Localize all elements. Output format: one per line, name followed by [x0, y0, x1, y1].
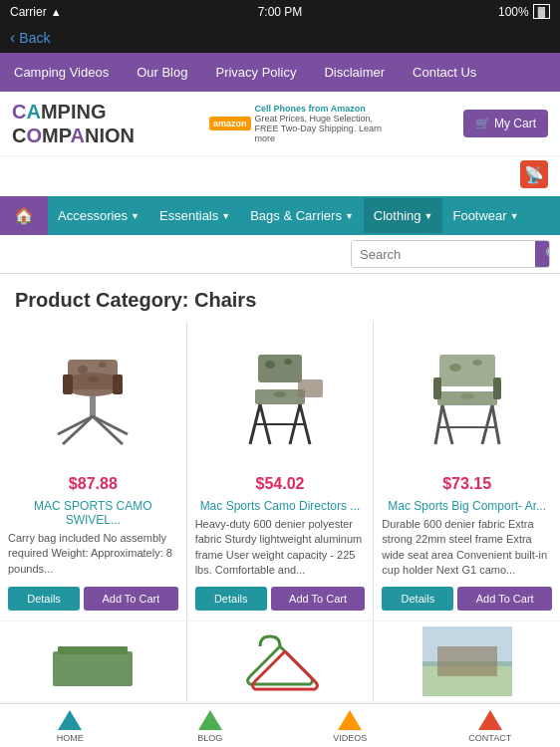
product-card-2: $54.02 Mac Sports Camo Directors ... Hea… [187, 322, 374, 621]
svg-rect-1 [68, 360, 118, 389]
svg-rect-23 [439, 355, 495, 386]
site-header: CAMPING COMPANION amazon Cell Phones fro… [0, 92, 560, 156]
nav-bar: Camping Videos Our Blog Privacy Policy D… [0, 53, 560, 92]
product-5-image [235, 626, 325, 696]
clothing-arrow: ▼ [424, 211, 433, 221]
nav-item-disclaimer[interactable]: Disclaimer [310, 53, 399, 92]
product-details-button-2[interactable]: Details [195, 587, 267, 611]
footwear-arrow: ▼ [510, 211, 519, 221]
amazon-ad-banner[interactable]: amazon Cell Phones from Amazon Great Pri… [209, 104, 389, 143]
category-accessories[interactable]: Accessories ▼ [48, 198, 149, 233]
svg-rect-2 [63, 374, 73, 394]
top-navigation: ‹ Back [0, 23, 560, 53]
product-name-2[interactable]: Mac Sports Camo Directors ... [200, 499, 361, 513]
carrier-label: Carrier [10, 5, 47, 19]
product-name-1[interactable]: MAC SPORTS CAMO SWIVEL... [8, 499, 178, 527]
product-desc-1: Carry bag included No assembly required … [8, 531, 178, 577]
site-logo: CAMPING COMPANION [12, 100, 135, 147]
product-card-3: $73.15 Mac Sports Big Comport- Ar... Dur… [374, 322, 560, 621]
product-name-3[interactable]: Mac Sports Big Comport- Ar... [388, 499, 546, 513]
tab-blog-label: BLOG [197, 733, 222, 743]
product-6-image [422, 626, 512, 696]
svg-point-20 [265, 361, 275, 369]
category-clothing[interactable]: Clothing ▼ [364, 198, 443, 233]
svg-rect-26 [493, 377, 501, 399]
product-grid: $87.88 MAC SPORTS CAMO SWIVEL... Carry b… [0, 322, 560, 621]
svg-point-10 [99, 362, 107, 368]
svg-rect-39 [437, 646, 497, 676]
svg-rect-36 [58, 646, 128, 654]
nav-item-contact-us[interactable]: Contact Us [399, 53, 490, 92]
time-display: 7:00 PM [258, 5, 303, 19]
category-navigation: 🏠 Accessories ▼ Essentials ▼ Bags & Carr… [0, 196, 560, 235]
back-label: Back [19, 30, 50, 46]
tab-contact-label: CONTACT [468, 733, 511, 743]
svg-line-27 [435, 405, 442, 444]
svg-point-22 [274, 391, 286, 397]
product-details-button-3[interactable]: Details [382, 587, 453, 611]
bottom-tab-bar: HOME BLOG VIDEOS CONTACT [0, 703, 560, 747]
svg-line-30 [482, 405, 492, 444]
search-button[interactable]: 🔍 [535, 241, 550, 267]
svg-rect-3 [113, 374, 123, 394]
product-image-2 [195, 332, 366, 461]
search-input[interactable] [352, 241, 535, 267]
svg-rect-35 [53, 651, 133, 686]
product-card-6 [374, 622, 560, 701]
add-to-cart-button-2[interactable]: Add To Cart [271, 587, 366, 611]
svg-rect-25 [433, 377, 441, 399]
product-4-image [48, 626, 138, 696]
category-essentials[interactable]: Essentials ▼ [149, 198, 240, 233]
chair-folding-image [418, 340, 517, 454]
back-chevron-icon: ‹ [10, 29, 15, 47]
product-details-button-1[interactable]: Details [8, 587, 80, 611]
battery-icon: ▓ [533, 4, 550, 19]
page-title: Product Category: Chairs [0, 274, 560, 322]
blog-triangle-icon [198, 710, 222, 730]
product-desc-2: Heavy-duty 600 denier polyester fabric S… [195, 517, 366, 579]
rss-row: 📡 [0, 156, 560, 196]
svg-point-33 [472, 360, 482, 366]
svg-rect-12 [258, 355, 302, 382]
rss-icon[interactable]: 📡 [520, 160, 548, 188]
chair-swivel-image [43, 340, 142, 454]
search-container: 🔍 [351, 240, 550, 268]
nav-item-our-blog[interactable]: Our Blog [123, 53, 201, 92]
tab-home[interactable]: HOME [0, 704, 140, 747]
chair-director-image [230, 340, 330, 454]
svg-point-9 [78, 366, 88, 374]
category-footwear[interactable]: Footwear ▼ [442, 198, 528, 233]
tab-videos[interactable]: VIDEOS [280, 704, 420, 747]
product-image-3 [382, 332, 552, 461]
tab-videos-label: VIDEOS [333, 733, 367, 743]
product-desc-3: Durable 600 denier fabric Extra strong 2… [382, 517, 552, 579]
cart-label: My Cart [494, 117, 536, 130]
category-bags-carriers[interactable]: Bags & Carriers ▼ [240, 198, 364, 233]
tab-blog[interactable]: BLOG [140, 704, 281, 747]
battery-label: 100% [498, 5, 529, 19]
svg-rect-4 [90, 396, 96, 416]
home-triangle-icon [58, 710, 82, 730]
svg-point-32 [449, 364, 461, 372]
tab-contact[interactable]: CONTACT [420, 704, 561, 747]
search-row: 🔍 [0, 235, 560, 274]
cart-button[interactable]: 🛒 My Cart [463, 110, 548, 137]
svg-point-34 [460, 393, 474, 399]
essentials-arrow: ▼ [221, 211, 230, 221]
add-to-cart-button-1[interactable]: Add To Cart [84, 587, 178, 611]
nav-item-camping-videos[interactable]: Camping Videos [0, 53, 123, 92]
product-grid-bottom [0, 622, 560, 701]
svg-point-11 [87, 376, 99, 382]
back-button[interactable]: ‹ Back [10, 29, 50, 47]
page-header: Product Category: Chairs [0, 274, 560, 322]
add-to-cart-button-3[interactable]: Add To Cart [457, 587, 552, 611]
product-actions-3: Details Add To Cart [382, 587, 552, 611]
product-actions-2: Details Add To Cart [195, 587, 366, 611]
wifi-icon: ▲ [51, 6, 62, 18]
home-nav-button[interactable]: 🏠 [0, 196, 48, 235]
amazon-logo: amazon [209, 117, 251, 130]
product-price-2: $54.02 [256, 475, 305, 493]
product-price-1: $87.88 [69, 475, 118, 493]
svg-line-29 [442, 405, 452, 444]
nav-item-privacy-policy[interactable]: Privacy Policy [201, 53, 310, 92]
